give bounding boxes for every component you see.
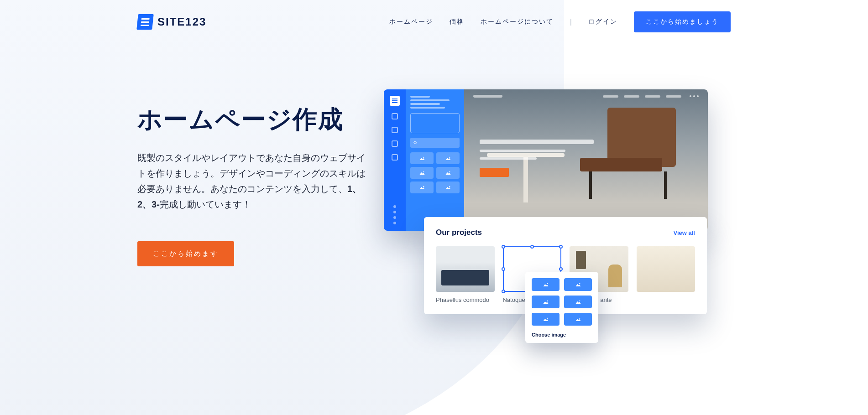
chooser-thumb[interactable] (532, 313, 559, 326)
hero-visual: Our projects View all Phasellus commodo (384, 103, 731, 266)
svg-marker-21 (575, 301, 580, 304)
image-icon (419, 156, 425, 161)
image-thumb (436, 167, 460, 179)
svg-line-1 (416, 143, 417, 144)
builder-canvas (464, 89, 708, 231)
site-header: SITE123 ホームページ 価格 ホームページについて | ログイン ここから… (137, 0, 731, 44)
image-chooser-popup: Choose image (525, 272, 598, 343)
canvas-chair-graphic (580, 108, 676, 199)
nav-cta-button[interactable]: ここから始めましょう (634, 11, 731, 32)
hero-cta-button[interactable]: ここから始めます (137, 241, 234, 266)
svg-marker-15 (543, 284, 548, 286)
nav-home[interactable]: ホームページ (389, 18, 433, 26)
image-icon (575, 317, 581, 322)
canvas-topbar (473, 95, 699, 98)
svg-point-18 (579, 283, 580, 284)
nav-login[interactable]: ログイン (588, 18, 617, 26)
svg-marker-25 (575, 319, 580, 321)
image-icon (543, 317, 549, 322)
projects-view-all[interactable]: View all (674, 229, 695, 236)
image-thumb (410, 182, 434, 193)
project-label: Phasellus commodo (436, 296, 495, 303)
main-nav: ホームページ 価格 ホームページについて | ログイン ここから始めましょう (389, 11, 731, 32)
svg-point-4 (423, 157, 424, 158)
svg-point-20 (547, 301, 548, 301)
sidebar-item-icon (392, 127, 398, 133)
svg-marker-5 (445, 158, 450, 160)
logo-icon (136, 14, 154, 30)
image-icon (445, 171, 451, 175)
chooser-thumb[interactable] (532, 278, 559, 291)
sidebar-item-icon (392, 154, 398, 161)
svg-marker-7 (419, 172, 424, 175)
image-icon (543, 300, 549, 304)
chooser-label: Choose image (532, 332, 592, 337)
hero-copy: ホームページ作成 既製のスタイルやレイアウトであなた自身のウェブサイトを作りまし… (137, 103, 366, 266)
image-icon (575, 300, 581, 304)
image-icon (575, 282, 581, 287)
svg-point-10 (449, 171, 450, 172)
canvas-hero-text (480, 140, 594, 177)
builder-sidebar (384, 89, 406, 231)
nav-about[interactable]: ホームページについて (481, 18, 554, 26)
svg-marker-3 (419, 158, 424, 160)
chooser-thumb[interactable] (564, 278, 592, 291)
search-icon (413, 140, 418, 145)
panel-thumb-grid (410, 152, 460, 193)
image-thumb (436, 182, 460, 193)
image-thumb (436, 152, 460, 164)
project-thumbnail (637, 246, 695, 292)
chooser-thumb[interactable] (532, 296, 559, 308)
svg-marker-19 (543, 301, 548, 304)
chooser-thumb[interactable] (564, 296, 592, 308)
svg-marker-23 (543, 319, 548, 321)
image-icon (445, 156, 451, 161)
image-icon (419, 185, 425, 190)
sidebar-pager (393, 205, 396, 224)
builder-panel (406, 89, 464, 231)
svg-point-14 (449, 186, 450, 187)
nav-divider: | (570, 18, 572, 26)
builder-logo-icon (390, 96, 400, 106)
hero-lead: 既製のスタイルやレイアウトであなた自身のウェブサイトを作りましょう。デザインやコ… (137, 150, 366, 212)
projects-title: Our projects (436, 228, 482, 237)
image-thumb (410, 167, 434, 179)
project-thumbnail (436, 246, 495, 292)
image-thumb (410, 152, 434, 164)
svg-marker-9 (445, 172, 450, 175)
logo[interactable]: SITE123 (137, 14, 206, 30)
project-item[interactable]: Phasellus commodo (436, 246, 495, 303)
svg-marker-11 (419, 187, 424, 189)
svg-point-12 (423, 186, 424, 187)
hero-title: ホームページ作成 (137, 103, 366, 136)
panel-text-lines (410, 96, 460, 109)
panel-block (410, 113, 460, 133)
nav-pricing[interactable]: 価格 (450, 18, 464, 26)
svg-point-0 (414, 141, 417, 144)
svg-point-6 (449, 157, 450, 158)
sidebar-item-icon (392, 113, 398, 119)
svg-point-24 (547, 318, 548, 319)
svg-marker-13 (445, 187, 450, 189)
sidebar-item-icon (392, 140, 398, 147)
hero-section: ホームページ作成 既製のスタイルやレイアウトであなた自身のウェブサイトを作りまし… (137, 103, 731, 266)
svg-marker-17 (575, 284, 580, 286)
svg-point-26 (579, 318, 580, 319)
image-icon (419, 171, 425, 175)
image-icon (445, 185, 451, 190)
panel-search (410, 138, 460, 148)
svg-point-22 (579, 301, 580, 301)
svg-point-16 (547, 283, 548, 284)
builder-mock (384, 89, 708, 231)
ellipsis-icon (690, 95, 699, 97)
image-icon (543, 282, 549, 287)
logo-text: SITE123 (157, 16, 206, 28)
chooser-thumb[interactable] (564, 313, 592, 326)
project-item[interactable] (637, 246, 695, 303)
svg-point-8 (423, 171, 424, 172)
